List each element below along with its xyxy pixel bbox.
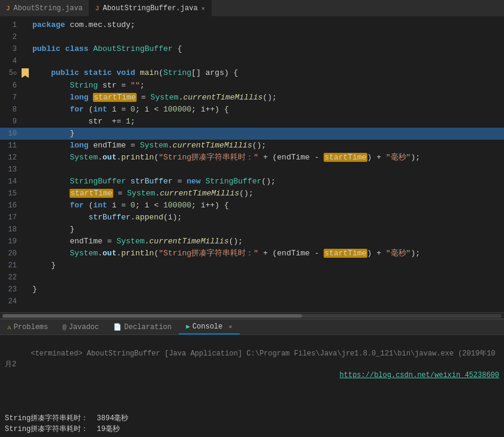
bottom-tab-bar: ⚠ Problems @ Javadoc 📄 Declaration ▶ Con… — [0, 320, 504, 335]
tab-bar: J AboutString.java J AboutStringBuffer.j… — [0, 0, 504, 17]
scrollbar-thumb[interactable] — [2, 314, 302, 318]
tab-problems[interactable]: ⚠ Problems — [0, 320, 55, 334]
tab-problems-label: Problems — [14, 323, 49, 331]
code-line-22: 22 — [0, 272, 504, 284]
code-line-14: 14 StringBuffer strBuffer = new StringBu… — [0, 176, 504, 188]
line-number-6: 6 — [0, 80, 22, 92]
console-output-line-1: String拼凑字符串耗时： 3894毫秒 — [5, 413, 499, 424]
line-content-9: str += 1; — [30, 116, 504, 128]
code-line-17: 17 strBuffer.append(i); — [0, 212, 504, 224]
line-number-22: 22 — [0, 272, 22, 284]
line-number-19: 19 — [0, 236, 22, 248]
line-content-13 — [30, 164, 504, 176]
tab-javadoc[interactable]: @ Javadoc — [55, 320, 106, 334]
tab-aboutstringbuffer-label: AboutStringBuffer.java — [102, 4, 197, 13]
line-number-3: 3 — [0, 43, 22, 55]
line-content-2 — [30, 31, 504, 43]
code-line-3: 3 public class AboutStringBuffer { — [0, 43, 504, 55]
tab-aboutstringbuffer[interactable]: J AboutStringBuffer.java ✕ — [89, 0, 212, 16]
code-line-1: 1 package com.mec.study; — [0, 19, 504, 31]
code-line-23: 23 } — [0, 284, 504, 296]
tab-declaration-label: Declaration — [124, 323, 171, 331]
code-line-24: 24 — [0, 296, 504, 308]
code-line-11: 11 long endTime = System.currentTimeMill… — [0, 140, 504, 152]
line-content-15: startTime = System.currentTimeMillis(); — [30, 188, 504, 200]
console-close-icon[interactable]: ✕ — [229, 323, 233, 330]
line-number-13: 13 — [0, 164, 22, 176]
code-line-15: 15 startTime = System.currentTimeMillis(… — [0, 188, 504, 200]
line-number-21: 21 — [0, 260, 22, 272]
line-content-18: } — [30, 224, 504, 236]
line-number-14: 14 — [0, 176, 22, 188]
line-content-23: } — [30, 284, 504, 296]
line-content-5: public static void main(String[] args) { — [30, 67, 504, 79]
line-number-5: 5⊙ — [0, 67, 22, 80]
java-file-icon-2: J — [95, 5, 99, 12]
console-link[interactable]: https://blog.csdn.net/weixin_45238600 — [340, 370, 499, 381]
line-content-4 — [30, 55, 504, 67]
line-number-10: 10 — [0, 128, 22, 140]
line-number-24: 24 — [0, 296, 22, 308]
line-number-1: 1 — [0, 19, 22, 31]
terminated-text: <terminated> AboutStringBuffer [Java App… — [5, 349, 496, 369]
tab-declaration[interactable]: 📄 Declaration — [106, 320, 179, 334]
code-line-2: 2 — [0, 31, 504, 43]
line-content-8: for (int i = 0; i < 100000; i++) { — [30, 104, 504, 116]
bookmark-icon — [22, 68, 29, 78]
problems-icon: ⚠ — [7, 323, 11, 331]
tab-console[interactable]: ▶ Console ✕ — [179, 320, 239, 334]
code-line-6: 6 String str = ""; — [0, 80, 504, 92]
line-content-1: package com.mec.study; — [30, 19, 504, 31]
code-line-8: 8 for (int i = 0; i < 100000; i++) { — [0, 104, 504, 116]
declaration-icon: 📄 — [113, 323, 122, 331]
code-line-18: 18 } — [0, 224, 504, 236]
console-icon: ▶ — [186, 323, 190, 330]
line-number-20: 20 — [0, 248, 22, 260]
code-line-4: 4 — [0, 55, 504, 67]
code-line-12: 12 System.out.println("String拼凑字符串耗时：" +… — [0, 152, 504, 164]
java-file-icon: J — [6, 5, 10, 12]
line-number-2: 2 — [0, 31, 22, 43]
code-line-10: 10 } — [0, 128, 504, 140]
line-content-11: long endTime = System.currentTimeMillis(… — [30, 140, 504, 152]
line-number-9: 9 — [0, 116, 22, 128]
horizontal-scrollbar[interactable] — [0, 312, 504, 318]
line-number-4: 4 — [0, 55, 22, 67]
line-number-12: 12 — [0, 152, 22, 164]
line-number-23: 23 — [0, 284, 22, 296]
code-line-13: 13 — [0, 164, 504, 176]
code-line-19: 19 endTime = System.currentTimeMillis(); — [0, 236, 504, 248]
close-icon[interactable]: ✕ — [201, 5, 205, 12]
line-content-14: StringBuffer strBuffer = new StringBuffe… — [30, 176, 504, 188]
code-line-20: 20 System.out.println("String拼凑字符串耗时：" +… — [0, 248, 504, 260]
javadoc-icon: @ — [62, 324, 67, 331]
bottom-panel: ⚠ Problems @ Javadoc 📄 Declaration ▶ Con… — [0, 318, 504, 437]
editor: 1 package com.mec.study; 2 3 public clas… — [0, 17, 504, 318]
line-number-15: 15 — [0, 188, 22, 200]
code-line-7: 7 long startTime = System.currentTimeMil… — [0, 92, 504, 104]
line-content-19: endTime = System.currentTimeMillis(); — [30, 236, 504, 248]
line-number-11: 11 — [0, 140, 22, 152]
line-number-18: 18 — [0, 224, 22, 236]
tab-aboutstring-label: AboutString.java — [14, 4, 83, 13]
line-number-8: 8 — [0, 104, 22, 116]
tab-console-label: Console — [192, 323, 222, 331]
line-content-22 — [30, 272, 504, 284]
line-content-7: long startTime = System.currentTimeMilli… — [30, 92, 504, 104]
line-content-12: System.out.println("String拼凑字符串耗时：" + (e… — [30, 152, 504, 164]
line-number-16: 16 — [0, 200, 22, 212]
code-line-21: 21 } — [0, 260, 504, 272]
line-content-24 — [30, 296, 504, 308]
code-line-9: 9 str += 1; — [0, 116, 504, 128]
code-line-5: 5⊙ public static void main(String[] args… — [0, 67, 504, 80]
line-content-20: System.out.println("String拼凑字符串耗时：" + (e… — [30, 248, 504, 260]
line-content-16: for (int i = 0; i < 100000; i++) { — [30, 200, 504, 212]
line-number-7: 7 — [0, 92, 22, 104]
console-output-area: <terminated> AboutStringBuffer [Java App… — [0, 335, 504, 437]
line-content-3: public class AboutStringBuffer { — [30, 43, 504, 55]
tab-aboutstring[interactable]: J AboutString.java — [0, 0, 89, 16]
line-content-6: String str = ""; — [30, 80, 504, 92]
code-area[interactable]: 1 package com.mec.study; 2 3 public clas… — [0, 17, 504, 312]
line-content-10: } — [30, 128, 504, 140]
code-line-16: 16 for (int i = 0; i < 100000; i++) { — [0, 200, 504, 212]
